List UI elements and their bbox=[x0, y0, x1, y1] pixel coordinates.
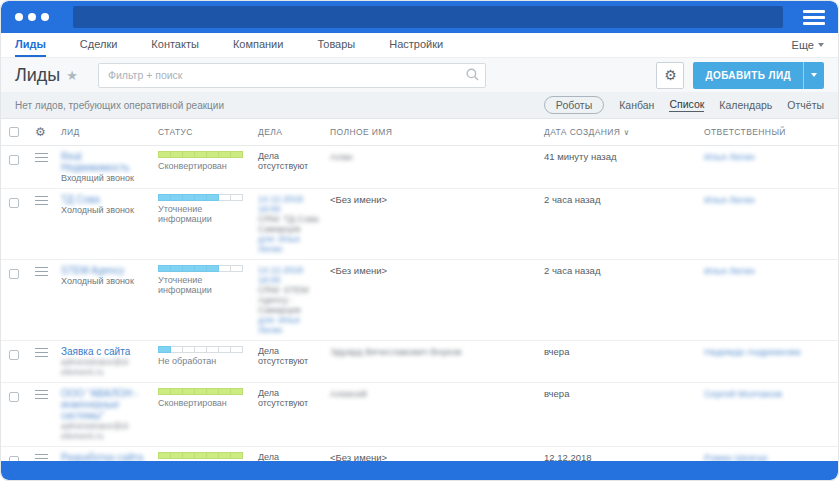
deals-text: Дела отсутствуют bbox=[258, 388, 324, 408]
nav-more-dropdown[interactable]: Еще bbox=[792, 33, 824, 57]
row-menu-button[interactable] bbox=[35, 348, 48, 357]
deals-text: Дела отсутствуют bbox=[258, 346, 324, 366]
full-name: <Без имени> bbox=[330, 194, 544, 205]
lead-link[interactable]: ООО "АВАЛОН - инженерные системы" bbox=[61, 388, 148, 421]
responsible-link[interactable]: Илья Легин bbox=[704, 265, 755, 276]
crm-leads-app: Лиды Сделки Контакты Компании Товары Нас… bbox=[0, 0, 839, 481]
table-row: Заявка с сайтаadministrator@d-element.ru… bbox=[1, 341, 838, 383]
nav-tab-companies[interactable]: Компании bbox=[233, 33, 284, 57]
table-header: ⚙ ЛИД СТАТУС ДЕЛА ПОЛНОЕ ИМЯ ДАТА СОЗДАН… bbox=[1, 119, 838, 146]
status-segment bbox=[183, 346, 195, 353]
table-row: Real НедвижимостьВходящий звонок Сконвер… bbox=[1, 146, 838, 189]
deals-cell: Дела отсутствуют bbox=[258, 151, 330, 171]
full-name: <Без имени> bbox=[330, 265, 544, 276]
status-segment bbox=[219, 265, 231, 272]
lead-link[interactable]: Заявка с сайта bbox=[61, 346, 148, 357]
row-menu-button[interactable] bbox=[35, 153, 48, 162]
nav-tab-products[interactable]: Товары bbox=[317, 33, 355, 57]
status-segment bbox=[207, 265, 219, 272]
lead-link[interactable]: ТД Сова bbox=[61, 194, 148, 205]
gear-icon: ⚙ bbox=[664, 67, 677, 83]
add-lead-button[interactable]: ДОБАВИТЬ ЛИД bbox=[693, 62, 824, 89]
filter-search-input[interactable] bbox=[98, 63, 486, 88]
status-segment bbox=[171, 346, 183, 353]
row-checkbox[interactable] bbox=[9, 269, 19, 279]
deal-link[interactable]: для: Илья Легин bbox=[258, 234, 324, 254]
deal-link[interactable]: для: Илья Легин bbox=[258, 315, 324, 335]
col-header-status[interactable]: СТАТУС bbox=[158, 127, 258, 137]
nav-tab-leads[interactable]: Лиды bbox=[15, 33, 46, 57]
view-robots-button[interactable]: Роботы bbox=[544, 96, 604, 114]
status-segment bbox=[183, 452, 195, 459]
status-label: Сконвертирован bbox=[158, 398, 244, 408]
status-segment bbox=[158, 151, 171, 158]
col-header-deals[interactable]: ДЕЛА bbox=[258, 127, 330, 137]
status-segment bbox=[207, 452, 219, 459]
status-segment bbox=[207, 388, 219, 395]
status-segment bbox=[231, 151, 243, 158]
lead-cell: Заявка с сайтаadministrator@d-element.ru bbox=[61, 346, 158, 377]
deals-text: CRM: STEM Agency : Самарцев bbox=[258, 285, 324, 315]
status-progress-bar bbox=[158, 452, 243, 459]
created-date: 2 часа назад bbox=[544, 265, 704, 276]
nav-tab-contacts[interactable]: Контакты bbox=[151, 33, 199, 57]
grid-settings-gear-icon[interactable]: ⚙ bbox=[35, 126, 61, 138]
page-title: Лиды bbox=[15, 65, 60, 86]
responsible-link[interactable]: Сергей Молчанов bbox=[704, 388, 782, 399]
row-checkbox[interactable] bbox=[9, 198, 19, 208]
lead-link[interactable]: Real Недвижимость bbox=[61, 151, 148, 173]
nav-tab-deals[interactable]: Сделки bbox=[80, 33, 118, 57]
status-segment bbox=[219, 452, 231, 459]
view-kanban[interactable]: Канбан bbox=[619, 99, 654, 112]
status-progress-bar bbox=[158, 388, 243, 395]
responsible-cell: Сергей Молчанов bbox=[704, 388, 838, 399]
chevron-down-icon bbox=[811, 73, 817, 77]
view-list[interactable]: Список bbox=[669, 98, 704, 112]
leads-table-body: Real НедвижимостьВходящий звонок Сконвер… bbox=[1, 146, 838, 481]
full-name: Алексей bbox=[330, 388, 544, 399]
status-label: Уточнение информации bbox=[158, 204, 244, 224]
lead-link[interactable]: STEM Agency bbox=[61, 265, 148, 276]
status-segment bbox=[231, 265, 243, 272]
add-lead-dropdown[interactable] bbox=[804, 62, 824, 89]
status-segment bbox=[231, 388, 243, 395]
row-menu-button[interactable] bbox=[35, 267, 48, 276]
row-checkbox[interactable] bbox=[9, 350, 19, 360]
deals-cell: 14.12.2018 18:00CRM: ТД Сова Самарцевдля… bbox=[258, 194, 330, 254]
notice-text: Нет лидов, требующих оперативной реакции bbox=[15, 100, 224, 111]
col-header-created[interactable]: ДАТА СОЗДАНИЯ∨ bbox=[544, 127, 704, 137]
view-calendar[interactable]: Календарь bbox=[719, 99, 772, 112]
created-date: вчера bbox=[544, 388, 704, 399]
responsible-link[interactable]: Илья Легин bbox=[704, 194, 755, 205]
status-progress-bar bbox=[158, 265, 243, 272]
status-segment bbox=[231, 452, 243, 459]
row-menu-button[interactable] bbox=[35, 196, 48, 205]
footer-bar bbox=[1, 461, 838, 480]
favorite-star-icon[interactable]: ★ bbox=[66, 68, 78, 83]
responsible-cell: Илья Легин bbox=[704, 151, 838, 162]
deal-link[interactable]: 14.12.2018 18:00 bbox=[258, 194, 324, 214]
app-dots-icon[interactable] bbox=[15, 13, 49, 21]
settings-gear-button[interactable]: ⚙ bbox=[656, 62, 684, 89]
row-checkbox[interactable] bbox=[9, 392, 19, 402]
filter-search bbox=[98, 63, 486, 88]
col-header-fullname[interactable]: ПОЛНОЕ ИМЯ bbox=[330, 127, 544, 137]
nav-tab-settings[interactable]: Настройки bbox=[389, 33, 443, 57]
status-segment bbox=[195, 194, 207, 201]
select-all-checkbox[interactable] bbox=[9, 127, 19, 137]
deals-text: CRM: ТД Сова Самарцев bbox=[258, 214, 324, 234]
row-menu-button[interactable] bbox=[35, 390, 48, 399]
global-search-bar[interactable] bbox=[73, 6, 783, 28]
status-segment bbox=[171, 194, 183, 201]
responsible-link[interactable]: Илья Легин bbox=[704, 151, 755, 162]
search-icon bbox=[466, 68, 479, 81]
hamburger-menu-icon[interactable] bbox=[803, 10, 825, 25]
col-header-responsible[interactable]: ОТВЕТСТВЕННЫЙ bbox=[704, 127, 838, 137]
deal-link[interactable]: 14.12.2018 18:00 bbox=[258, 265, 324, 285]
view-reports[interactable]: Отчёты bbox=[787, 99, 824, 112]
responsible-link[interactable]: Надежда Андрианова bbox=[704, 346, 800, 357]
row-checkbox[interactable] bbox=[9, 155, 19, 165]
col-header-lead[interactable]: ЛИД bbox=[61, 127, 158, 137]
status-segment bbox=[183, 194, 195, 201]
status-cell: Сконвертирован bbox=[158, 388, 258, 408]
